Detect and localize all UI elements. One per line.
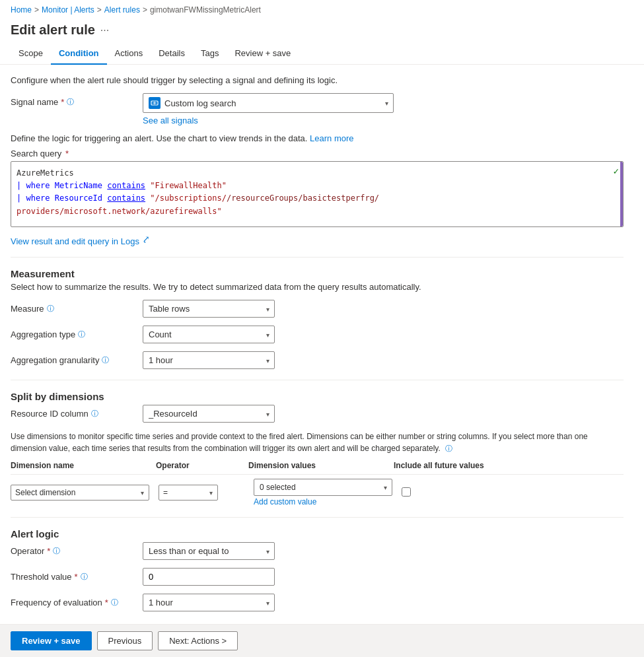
operator-select-wrapper: Greater than Greater than or equal to Le… <box>143 542 275 560</box>
resource-id-label: Resource ID column ⓘ <box>11 405 143 419</box>
aggregation-granularity-info-icon[interactable]: ⓘ <box>102 355 109 365</box>
frequency-select[interactable]: 1 minute 5 minutes 15 minutes 30 minutes… <box>143 594 275 611</box>
measure-select[interactable]: Table rows Count Sum Average Min Max <box>143 300 275 318</box>
tab-scope[interactable]: Scope <box>11 43 51 65</box>
dim-operator-wrapper: = != ▾ <box>159 485 251 501</box>
operator-select[interactable]: Greater than Greater than or equal to Le… <box>143 542 275 560</box>
threshold-value-input[interactable] <box>143 568 275 586</box>
dim-name-select[interactable]: Select dimension <box>11 485 149 501</box>
dim-operator-select[interactable]: = != <box>159 485 218 501</box>
measure-row: Measure ⓘ Table rows Count Sum Average M… <box>11 300 624 318</box>
divider-2 <box>11 380 624 380</box>
aggregation-granularity-select-wrapper: 1 minute 5 minutes 15 minutes 30 minutes… <box>143 351 275 369</box>
query-success-icon: ✓ <box>614 166 619 176</box>
tab-condition[interactable]: Condition <box>51 43 107 65</box>
aggregation-type-row: Aggregation type ⓘ Count Sum Average Min… <box>11 326 624 343</box>
add-custom-value-link[interactable]: Add custom value <box>254 497 399 506</box>
aggregation-type-select[interactable]: Count Sum Average Min Max <box>143 326 275 343</box>
resource-id-info-icon[interactable]: ⓘ <box>91 409 98 419</box>
query-line-2: | where MetricName contains "FirewallHea… <box>17 180 618 192</box>
operator-row: Operator * ⓘ Greater than Greater than o… <box>11 542 624 560</box>
query-label: Search query <box>11 149 61 158</box>
tabs-bar: Scope Condition Actions Details Tags Rev… <box>0 43 644 65</box>
condition-description: Configure when the alert rule should tri… <box>11 75 624 85</box>
aggregation-type-info-icon[interactable]: ⓘ <box>78 329 85 339</box>
aggregation-type-select-wrapper: Count Sum Average Min Max ▾ <box>143 326 275 343</box>
dimension-row: Select dimension ▾ = != ▾ 0 selected ▾ A <box>11 479 624 506</box>
signal-name-info-icon[interactable]: ⓘ <box>67 97 74 107</box>
split-by-title: Split by dimensions <box>11 391 624 402</box>
breadcrumb-alert-rules[interactable]: Alert rules <box>104 5 140 15</box>
tab-actions[interactable]: Actions <box>107 43 151 65</box>
signal-dropdown-arrow: ▾ <box>385 100 388 107</box>
signal-name-row: Signal name * ⓘ Custom log search ▾ See … <box>11 93 624 125</box>
main-content: Configure when the alert rule should tri… <box>0 65 634 629</box>
breadcrumb-home[interactable]: Home <box>11 5 32 15</box>
threshold-label: Threshold value * ⓘ <box>11 568 143 582</box>
alert-logic-title: Alert logic <box>11 528 624 539</box>
footer: Review + save Previous Next: Actions > <box>0 624 644 629</box>
divider-3 <box>11 517 624 518</box>
breadcrumb: Home > Monitor | Alerts > Alert rules > … <box>0 0 644 20</box>
see-all-signals-link[interactable]: See all signals <box>143 116 198 125</box>
dimensions-header: Dimension name Operator Dimension values… <box>11 461 624 475</box>
breadcrumb-monitor[interactable]: Monitor | Alerts <box>42 5 94 15</box>
dim-name-wrapper: Select dimension ▾ <box>11 485 156 501</box>
dimensions-info-icon[interactable]: ⓘ <box>445 444 452 452</box>
resource-id-select-wrapper: _ResourceId ▾ <box>143 405 275 423</box>
tab-details[interactable]: Details <box>151 43 193 65</box>
aggregation-granularity-row: Aggregation granularity ⓘ 1 minute 5 min… <box>11 351 624 369</box>
frequency-info-icon[interactable]: ⓘ <box>111 598 118 607</box>
dim-header-future: Include all future values <box>394 461 624 470</box>
aggregation-granularity-select[interactable]: 1 minute 5 minutes 15 minutes 30 minutes… <box>143 351 275 369</box>
dim-future-wrapper <box>402 487 411 499</box>
page-header: Edit alert rule ··· <box>0 20 644 43</box>
tab-tags[interactable]: Tags <box>193 43 227 65</box>
dim-values-select[interactable]: 0 selected <box>254 479 392 496</box>
signal-value: Custom log search <box>164 98 236 108</box>
signal-name-label: Signal name * ⓘ <box>11 93 143 107</box>
breadcrumb-current: gimotwanFWMissingMetricAlert <box>150 5 261 15</box>
dim-header-operator: Operator <box>156 461 248 470</box>
tab-review-save[interactable]: Review + save <box>227 43 299 65</box>
operator-info-icon[interactable]: ⓘ <box>53 546 60 556</box>
measurement-title: Measurement <box>11 268 624 279</box>
learn-more-link[interactable]: Learn more <box>310 133 353 143</box>
measure-select-wrapper: Table rows Count Sum Average Min Max ▾ <box>143 300 275 318</box>
frequency-select-wrapper: 1 minute 5 minutes 15 minutes 30 minutes… <box>143 594 275 611</box>
query-label-row: Search query * <box>11 149 624 158</box>
operator-label: Operator * ⓘ <box>11 542 143 556</box>
measure-info-icon[interactable]: ⓘ <box>47 304 54 314</box>
query-line-3: | where ResourceId contains "/subscripti… <box>17 192 618 205</box>
logic-description: Define the logic for triggering an alert… <box>11 133 624 143</box>
frequency-row: Frequency of evaluation * ⓘ 1 minute 5 m… <box>11 594 624 611</box>
external-link-icon: ⤤ <box>142 234 150 244</box>
aggregation-type-label: Aggregation type ⓘ <box>11 326 143 339</box>
view-result-link[interactable]: View result and edit query in Logs <box>11 236 139 246</box>
resource-id-row: Resource ID column ⓘ _ResourceId ▾ <box>11 405 624 423</box>
dimensions-info: Use dimensions to monitor specific time … <box>11 431 624 454</box>
signal-type-icon <box>149 97 161 109</box>
dim-header-values: Dimension values <box>248 461 394 470</box>
signal-select[interactable]: Custom log search ▾ <box>143 93 394 113</box>
frequency-label: Frequency of evaluation * ⓘ <box>11 594 143 607</box>
measure-label: Measure ⓘ <box>11 300 143 314</box>
dim-values-wrapper: 0 selected ▾ Add custom value <box>254 479 399 506</box>
more-options-icon[interactable]: ··· <box>100 24 109 36</box>
threshold-info-icon[interactable]: ⓘ <box>81 572 88 582</box>
query-line-1: AzureMetrics <box>17 167 618 180</box>
aggregation-granularity-label: Aggregation granularity ⓘ <box>11 351 143 365</box>
query-line-4: providers/microsoft.network/azurefirewal… <box>17 205 618 218</box>
page-title: Edit alert rule <box>11 22 95 38</box>
include-future-checkbox[interactable] <box>402 487 411 497</box>
dim-header-name: Dimension name <box>11 461 156 470</box>
signal-select-wrapper: Custom log search ▾ <box>143 93 394 113</box>
measurement-desc: Select how to summarize the results. We … <box>11 282 624 292</box>
query-accent-bar <box>620 162 623 226</box>
search-query-box[interactable]: AzureMetrics | where MetricName contains… <box>11 161 624 227</box>
threshold-row: Threshold value * ⓘ <box>11 568 624 586</box>
resource-id-select[interactable]: _ResourceId <box>143 405 275 423</box>
divider-1 <box>11 257 624 258</box>
signal-name-field: Custom log search ▾ See all signals <box>143 93 394 125</box>
